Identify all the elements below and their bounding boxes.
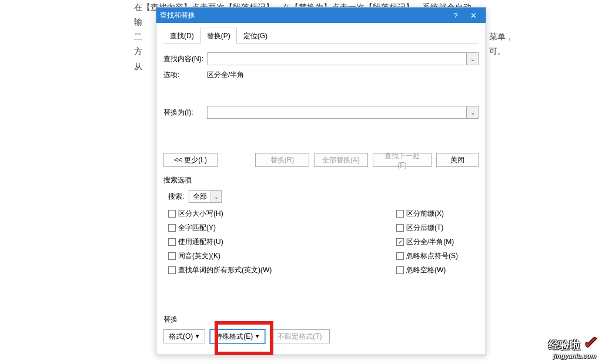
titlebar[interactable]: 查找和替换 ? ✕ [156, 8, 486, 23]
check-match-case[interactable]: 区分大小写(H) [168, 209, 396, 219]
close-button[interactable]: 关闭 [436, 153, 479, 167]
tab-goto[interactable]: 定位(G) [237, 28, 274, 44]
check-prefix[interactable]: 区分前缀(X) [396, 209, 479, 219]
options-label: 选项: [163, 70, 207, 80]
check-wildcards[interactable]: 使用通配符(U) [168, 237, 396, 247]
caret-down-icon: ▼ [195, 333, 200, 339]
search-options-title: 搜索选项 [163, 175, 479, 185]
dialog-tabs: 查找(D) 替换(P) 定位(G) [163, 28, 479, 44]
chevron-down-icon: ⌄ [210, 191, 221, 202]
replace-all-button[interactable]: 全部替换(A) [314, 153, 368, 167]
less-button[interactable]: << 更少(L) [163, 153, 218, 167]
check-suffix[interactable]: 区分后缀(T) [396, 223, 479, 233]
special-format-button[interactable]: 特殊格式(E) ▼ [210, 329, 265, 343]
find-input[interactable] [207, 52, 467, 65]
replace-section-title: 替换 [163, 315, 479, 325]
help-button[interactable]: ? [447, 9, 464, 21]
replace-label: 替换为(I): [163, 108, 207, 118]
find-label: 查找内容(N): [163, 54, 207, 64]
caret-down-icon: ▼ [255, 333, 260, 339]
replace-button[interactable]: 替换(R) [255, 153, 309, 167]
check-word-forms[interactable]: 查找单词的所有形式(英文)(W) [168, 265, 396, 275]
find-dropdown[interactable]: ⌄ [467, 52, 479, 65]
check-mark-icon: ✓ [583, 333, 596, 352]
check-full-half[interactable]: 区分全/半角(M) [396, 237, 479, 247]
check-sounds-like[interactable]: 同音(英文)(K) [168, 251, 396, 261]
format-button[interactable]: 格式(O) ▼ [163, 329, 205, 343]
check-ignore-punct[interactable]: 忽略标点符号(S) [396, 251, 479, 261]
replace-input[interactable] [207, 106, 467, 119]
replace-dropdown[interactable]: ⌄ [467, 106, 479, 119]
find-next-button[interactable]: 查找下一处(F) [373, 153, 432, 167]
tab-replace[interactable]: 替换(P) [200, 28, 237, 44]
find-replace-dialog: 查找和替换 ? ✕ 查找(D) 替换(P) 定位(G) 查找内容(N): ⌄ 选… [156, 7, 486, 355]
watermark: 经验啦✓ jingyanla.com [549, 333, 596, 359]
dialog-title: 查找和替换 [160, 11, 447, 21]
background-text-left: 输 二 方 从 [134, 15, 142, 74]
check-ignore-space[interactable]: 忽略空格(W) [396, 265, 479, 275]
check-whole-word[interactable]: 全字匹配(Y) [168, 223, 396, 233]
no-format-button[interactable]: 不限定格式(T) [270, 329, 329, 343]
search-direction-label: 搜索: [168, 192, 184, 202]
search-direction-select[interactable]: 全部 ⌄ [189, 190, 222, 203]
options-value: 区分全/半角 [207, 70, 244, 80]
background-text-right: 菜单， 可。 [489, 29, 514, 59]
close-icon[interactable]: ✕ [464, 9, 482, 21]
tab-find[interactable]: 查找(D) [163, 28, 200, 44]
